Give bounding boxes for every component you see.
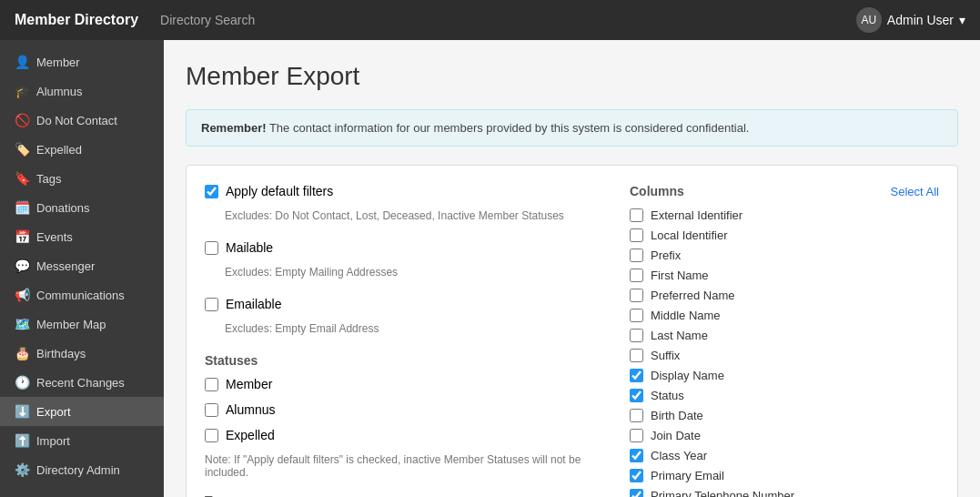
column-middle-name-label[interactable]: Middle Name [630, 308, 721, 322]
column-join-date-label[interactable]: Join Date [630, 428, 701, 442]
column-item: Prefix [630, 248, 939, 262]
column-primary-email-checkbox[interactable] [630, 469, 643, 482]
mailable-checkbox[interactable] [205, 241, 218, 255]
mailable-text: Mailable [226, 240, 273, 255]
sidebar-item-label: Birthdays [36, 347, 86, 360]
emailable-description: Excludes: Empty Email Address [225, 322, 593, 335]
sidebar-item-expelled[interactable]: 🏷️Expelled [0, 135, 164, 164]
sidebar-item-label: Donations [36, 201, 90, 215]
sidebar-item-label: Messenger [36, 259, 95, 273]
column-last-name-checkbox[interactable] [630, 329, 643, 342]
directory-search-label: Directory Search [160, 13, 856, 27]
column-primary-telephone-number-text: Primary Telephone Number [651, 489, 794, 498]
sidebar-item-directory-admin[interactable]: ⚙️Directory Admin [0, 455, 164, 484]
mailable-label[interactable]: Mailable [205, 240, 273, 255]
column-display-name-checkbox[interactable] [630, 369, 643, 382]
sidebar-item-label: Import [36, 434, 70, 448]
column-join-date-text: Join Date [651, 429, 701, 442]
app-title: Member Directory [15, 12, 138, 28]
status-expelled-label[interactable]: Expelled [205, 428, 275, 442]
column-preferred-name-checkbox[interactable] [630, 289, 643, 302]
column-display-name-label[interactable]: Display Name [630, 368, 724, 382]
status-expelled-checkbox[interactable] [205, 429, 218, 442]
column-display-name-text: Display Name [651, 369, 724, 382]
column-status-checkbox[interactable] [630, 389, 643, 402]
top-nav: Member Directory Directory Search AU Adm… [0, 0, 980, 40]
column-prefix-text: Prefix [651, 248, 681, 262]
column-primary-telephone-number-checkbox[interactable] [630, 489, 643, 497]
status-filter-row: Member [205, 377, 593, 391]
status-alumnus-label[interactable]: Alumnus [205, 402, 275, 417]
column-suffix-checkbox[interactable] [630, 349, 643, 362]
apply-default-filters-checkbox[interactable] [205, 185, 218, 198]
column-prefix-label[interactable]: Prefix [630, 248, 681, 262]
apply-default-filters-text: Apply default filters [226, 184, 333, 198]
column-item: Status [630, 388, 939, 402]
column-item: Display Name [630, 368, 939, 382]
column-middle-name-checkbox[interactable] [630, 309, 643, 322]
column-primary-telephone-number-label[interactable]: Primary Telephone Number [630, 488, 794, 497]
column-primary-email-label[interactable]: Primary Email [630, 468, 724, 482]
column-last-name-label[interactable]: Last Name [630, 328, 708, 342]
member-icon: 👤 [15, 55, 29, 69]
sidebar-item-export[interactable]: ⬇️Export [0, 397, 164, 426]
do-not-contact-icon: 🚫 [15, 113, 29, 127]
user-name: Admin User [887, 13, 954, 27]
status-filter-row: Alumnus [205, 402, 593, 417]
column-status-text: Status [651, 389, 684, 402]
column-external-identifier-checkbox[interactable] [630, 208, 643, 222]
column-birth-date-label[interactable]: Birth Date [630, 408, 703, 422]
column-first-name-checkbox[interactable] [630, 269, 643, 282]
sidebar-item-member[interactable]: 👤Member [0, 47, 164, 76]
apply-default-filters-label[interactable]: Apply default filters [205, 184, 333, 198]
emailable-checkbox[interactable] [205, 298, 218, 311]
emailable-label[interactable]: Emailable [205, 297, 281, 311]
column-item: First Name [630, 268, 939, 282]
column-item: Preferred Name [630, 288, 939, 302]
column-status-label[interactable]: Status [630, 388, 684, 402]
column-suffix-label[interactable]: Suffix [630, 348, 680, 362]
main-content: Member Export Remember! The contact info… [164, 40, 980, 497]
sidebar-item-donations[interactable]: 🗓️Donations [0, 193, 164, 222]
sidebar-item-messenger[interactable]: 💬Messenger [0, 251, 164, 280]
sidebar-item-communications[interactable]: 📢Communications [0, 280, 164, 309]
column-local-identifier-checkbox[interactable] [630, 228, 643, 242]
sidebar-item-recent-changes[interactable]: 🕐Recent Changes [0, 368, 164, 397]
column-preferred-name-label[interactable]: Preferred Name [630, 288, 734, 302]
column-class-year-text: Class Year [651, 449, 707, 462]
column-first-name-label[interactable]: First Name [630, 268, 709, 282]
sidebar-item-tags[interactable]: 🔖Tags [0, 164, 164, 193]
status-member-label[interactable]: Member [205, 377, 272, 391]
column-birth-date-checkbox[interactable] [630, 409, 643, 422]
import-icon: ⬆️ [15, 433, 29, 448]
sidebar-item-birthdays[interactable]: 🎂Birthdays [0, 339, 164, 368]
column-last-name-text: Last Name [651, 329, 708, 342]
sidebar-item-label: Directory Admin [36, 463, 120, 477]
column-class-year-checkbox[interactable] [630, 449, 643, 462]
sidebar-item-import[interactable]: ⬆️Import [0, 426, 164, 455]
column-prefix-checkbox[interactable] [630, 248, 643, 262]
expelled-icon: 🏷️ [15, 142, 29, 157]
column-join-date-checkbox[interactable] [630, 429, 643, 442]
select-all-link[interactable]: Select All [891, 185, 939, 198]
columns-title: Columns [630, 184, 684, 198]
status-member-checkbox[interactable] [205, 378, 218, 391]
sidebar-item-do-not-contact[interactable]: 🚫Do Not Contact [0, 106, 164, 135]
sidebar-item-label: Expelled [36, 143, 82, 157]
status-expelled-text: Expelled [226, 428, 275, 442]
user-menu[interactable]: AU Admin User ▾ [856, 7, 965, 33]
column-class-year-label[interactable]: Class Year [630, 448, 707, 462]
status-alumnus-checkbox[interactable] [205, 403, 218, 417]
column-local-identifier-label[interactable]: Local Identifier [630, 228, 728, 242]
sidebar-item-member-map[interactable]: 🗺️Member Map [0, 309, 164, 339]
sidebar-item-label: Tags [36, 172, 61, 186]
avatar-initials: AU [862, 14, 877, 26]
sidebar-item-alumnus[interactable]: 🎓Alumnus [0, 76, 164, 106]
statuses-note: Note: If "Apply default filters" is chec… [205, 453, 593, 479]
apply-default-description: Excludes: Do Not Contact, Lost, Deceased… [225, 209, 593, 222]
column-preferred-name-text: Preferred Name [651, 289, 734, 302]
sidebar-item-label: Recent Changes [36, 376, 125, 390]
sidebar-item-events[interactable]: 📅Events [0, 222, 164, 251]
column-external-identifier-label[interactable]: External Identifier [630, 208, 743, 222]
column-item: Local Identifier [630, 228, 939, 242]
